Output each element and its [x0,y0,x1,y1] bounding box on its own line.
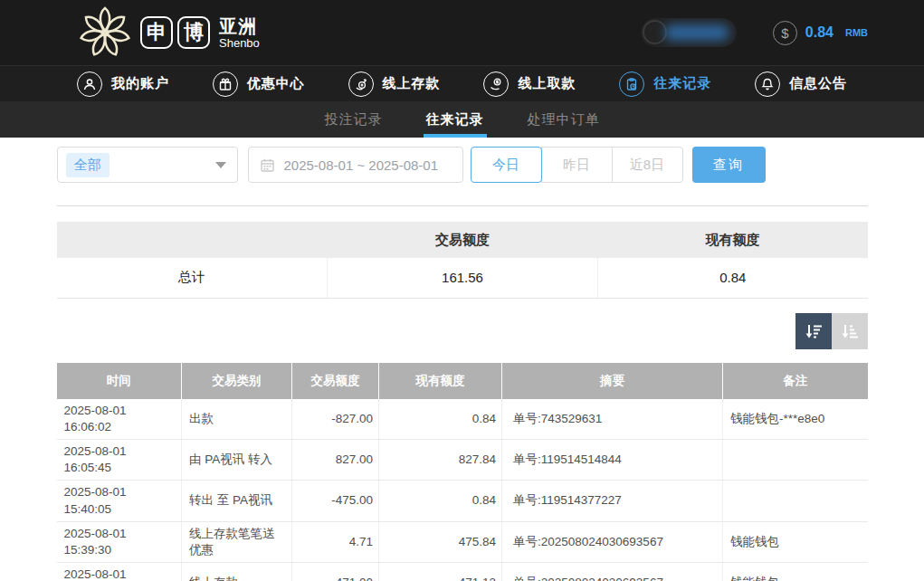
nav-label: 我的账户 [111,75,169,92]
summary-header-empty [57,222,328,258]
active-tab-underline [424,134,487,138]
cell-remark: 钱能钱包-***e8e0 [723,399,868,440]
chevron-down-icon [215,162,226,168]
cell-time: 2025-08-01 15:39:30 [57,563,182,581]
sort-descending-button[interactable] [795,313,832,349]
brand-subtitle: Shenbo [219,37,260,49]
dollar-coin-icon: $ [773,21,797,45]
username-pill-redacted[interactable] [641,18,737,47]
cell-time: 2025-08-01 16:06:02 [57,399,182,440]
table-row: 2025-08-01 15:40:05 转出 至 PA视讯 -475.00 0.… [57,481,868,521]
summary-transaction-total: 161.56 [328,258,598,298]
category-selected-tag: 全部 [66,153,110,177]
cell-balance: 827.84 [379,439,502,480]
avatar [643,20,667,44]
query-button[interactable]: 查询 [692,147,766,183]
sort-ascending-button[interactable] [832,313,868,349]
flower-logo-icon [77,5,133,60]
nav-item-transaction-records[interactable]: 往来记录 [619,71,711,97]
last-8-days-button[interactable]: 近8日 [612,147,683,183]
quick-date-group: 今日 昨日 近8日 [471,147,683,183]
summary-header-row: 交易额度 现有额度 [57,222,868,258]
sort-ascending-icon [840,321,860,341]
divider [57,205,868,206]
balance-currency: RMB [845,27,868,38]
cell-type: 出款 [182,399,292,440]
transactions-table: 时间 交易类别 交易额度 现有额度 摘要 备注 2025-08-01 16:06… [57,363,868,581]
col-summary: 摘要 [502,363,723,399]
gift-icon [213,71,238,97]
summary-total-row: 总计 161.56 0.84 [57,258,868,298]
nav-item-announcements[interactable]: 信息公告 [755,71,847,97]
col-type: 交易类别 [182,363,292,399]
summary-header-transaction: 交易额度 [328,222,598,258]
brand-logo[interactable]: 申 博 亚洲 Shenbo [77,5,260,60]
hand-dollar-icon [483,71,509,97]
cell-summary: 单号:119514377227 [502,481,723,521]
cell-type: 线上存款 [182,563,292,581]
cell-balance: 475.84 [379,521,502,562]
cell-transaction-amount: 827.00 [292,439,379,480]
cell-balance: 0.84 [379,481,502,521]
hand-coin-icon [348,71,374,97]
brand-region: 亚洲 [219,17,260,35]
summary-table: 交易额度 现有额度 总计 161.56 0.84 [57,222,868,299]
cell-time: 2025-08-01 15:40:05 [57,481,182,521]
category-select[interactable]: 全部 [57,147,238,183]
date-range-input[interactable]: 2025-08-01 ~ 2025-08-01 [248,147,463,183]
cell-transaction-amount: 4.71 [292,521,379,562]
cell-type: 转出 至 PA视讯 [182,481,292,521]
cell-balance: 471.13 [379,563,502,581]
table-row: 2025-08-01 15:39:30 线上存款 471.00 471.13 单… [57,563,868,581]
cell-time: 2025-08-01 15:39:30 [57,521,182,562]
filter-row: 全部 2025-08-01 ~ 2025-08-01 今日 昨日 近8日 查询 [57,147,868,183]
table-row: 2025-08-01 16:06:02 出款 -827.00 0.84 单号:7… [57,399,868,440]
username-blurred [664,24,729,41]
cell-time: 2025-08-01 16:05:45 [57,439,182,480]
nav-label: 往来记录 [653,75,711,92]
balance-display[interactable]: $ 0.84 RMB [773,21,868,45]
tab-transaction-records[interactable]: 往来记录 [426,101,484,138]
brand-char-2: 博 [177,16,210,49]
today-button[interactable]: 今日 [471,147,542,183]
bell-icon [755,71,780,97]
col-remark: 备注 [723,363,868,399]
table-header-row: 时间 交易类别 交易额度 现有额度 摘要 备注 [57,363,868,399]
sub-tabbar: 投注记录 往来记录 处理中订单 [0,101,924,138]
table-row: 2025-08-01 16:05:45 由 PA视讯 转入 827.00 827… [57,439,868,480]
summary-header-balance: 现有额度 [598,222,868,258]
nav-item-online-deposit[interactable]: 线上存款 [348,71,441,97]
cell-remark: 钱能钱包 [723,521,868,562]
nav-item-online-withdraw[interactable]: 线上取款 [483,71,576,97]
nav-label: 优惠中心 [247,75,305,92]
nav-label: 信息公告 [789,75,847,92]
main-nav: 我的账户 优惠中心 线上存款 线上取款 往来记录 信息公告 [0,65,924,101]
summary-total-label: 总计 [57,258,328,298]
tab-processing-orders[interactable]: 处理中订单 [528,101,600,138]
cell-summary: 单号:743529631 [502,399,723,440]
cell-summary: 单号:202508024030693567 [502,563,723,581]
tab-bet-records[interactable]: 投注记录 [325,101,383,138]
yesterday-button[interactable]: 昨日 [541,147,613,183]
nav-label: 线上取款 [518,75,576,92]
summary-balance-total: 0.84 [598,258,868,298]
clipboard-clock-icon [619,71,644,97]
cell-remark: 钱能钱包 [723,563,868,581]
balance-amount: 0.84 [805,24,834,41]
cell-transaction-amount: -827.00 [292,399,379,440]
tab-label: 处理中订单 [528,111,600,129]
top-header: 申 博 亚洲 Shenbo $ 0.84 RMB [0,0,924,65]
nav-item-promotions[interactable]: 优惠中心 [213,71,305,97]
table-row: 2025-08-01 15:39:30 线上存款笔笔送优惠 4.71 475.8… [57,521,868,562]
user-icon [77,71,102,97]
cell-type: 线上存款笔笔送优惠 [182,521,292,562]
calendar-icon [260,157,275,173]
col-balance: 现有额度 [379,363,502,399]
cell-type: 由 PA视讯 转入 [182,439,292,480]
nav-item-my-account[interactable]: 我的账户 [77,71,169,97]
cell-summary: 单号:202508024030693567 [502,521,723,562]
cell-transaction-amount: 471.00 [292,563,379,581]
sort-controls [57,313,868,349]
cell-transaction-amount: -475.00 [292,481,379,521]
sort-descending-icon [804,321,824,341]
